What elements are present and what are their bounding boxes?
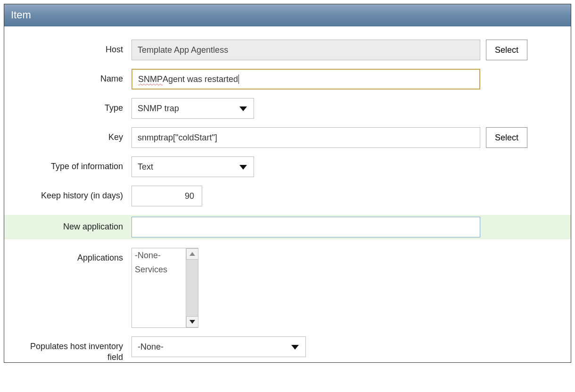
- type-select[interactable]: SNMP trap: [131, 98, 254, 119]
- label-history: Keep history (in days): [14, 186, 131, 201]
- applications-items: -None- Services: [132, 248, 186, 327]
- info-select[interactable]: Text: [131, 156, 254, 177]
- newapp-field[interactable]: [131, 217, 480, 237]
- row-name: Name SNMP Agent was restarted: [14, 69, 561, 90]
- row-host: Host Select: [14, 40, 561, 60]
- name-field-suffix: Agent was restarted: [163, 74, 238, 84]
- inventory-select-value: -None-: [138, 342, 164, 352]
- label-host: Host: [14, 40, 131, 55]
- type-select-value: SNMP trap: [138, 104, 179, 114]
- list-item[interactable]: -None-: [132, 248, 186, 262]
- panel-title: Item: [4, 4, 571, 26]
- host-field: [131, 40, 480, 60]
- label-newapp: New application: [14, 217, 131, 232]
- label-apps: Applications: [14, 248, 131, 263]
- row-inventory: Populates host inventory field -None-: [14, 336, 561, 362]
- row-key: Key Select: [14, 127, 561, 148]
- listbox-scrollbar[interactable]: [186, 248, 198, 327]
- label-inventory: Populates host inventory field: [14, 336, 131, 362]
- row-type: Type SNMP trap: [14, 98, 561, 119]
- row-newapp: New application: [4, 215, 571, 239]
- label-key: Key: [14, 127, 131, 143]
- label-type: Type: [14, 98, 131, 114]
- row-info: Type of information Text: [14, 156, 561, 177]
- name-field[interactable]: SNMP Agent was restarted: [131, 69, 480, 90]
- host-select-button[interactable]: Select: [486, 40, 527, 60]
- label-info: Type of information: [14, 156, 131, 172]
- panel-body: Host Select Name SNMP Agent was restarte…: [4, 26, 571, 362]
- list-item[interactable]: Services: [132, 262, 186, 277]
- info-select-value: Text: [138, 162, 153, 172]
- label-name: Name: [14, 69, 131, 84]
- inventory-select[interactable]: -None-: [131, 336, 306, 357]
- key-field[interactable]: [131, 127, 480, 148]
- applications-listbox[interactable]: -None- Services: [131, 248, 198, 328]
- item-panel: Item Host Select Name SNMP Agent was res…: [4, 4, 571, 363]
- text-caret: [238, 74, 239, 84]
- key-select-button[interactable]: Select: [486, 127, 527, 148]
- row-history: Keep history (in days): [14, 186, 561, 206]
- name-field-prefix: SNMP: [138, 74, 163, 84]
- scroll-up-button[interactable]: [186, 248, 198, 260]
- history-field[interactable]: [131, 186, 202, 206]
- scroll-down-button[interactable]: [186, 316, 198, 327]
- row-apps: Applications -None- Services: [14, 248, 561, 328]
